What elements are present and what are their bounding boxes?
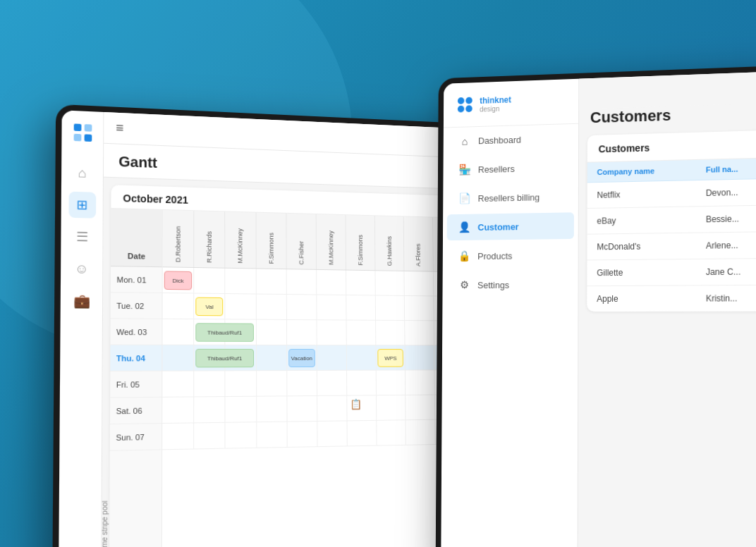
person-col-4: F.Simmons — [256, 213, 286, 269]
person-col-1: D.Robertson — [163, 210, 195, 267]
cell-company-ebay: eBay — [587, 207, 696, 234]
table-row[interactable]: Apple Kristin... — [587, 285, 756, 312]
cell-company-apple: Apple — [587, 285, 695, 312]
right-topbar: ≡ — [579, 71, 756, 109]
svg-rect-1 — [84, 124, 92, 132]
nav-item-dashboard[interactable]: ⌂ Dashboard — [447, 125, 574, 154]
gantt-row-mon: Mon. 01 — [111, 266, 162, 293]
customers-card: Customers Company name Full na... Netfli… — [587, 130, 756, 312]
table-row[interactable]: McDonald's Arlene... — [587, 232, 756, 260]
svg-rect-0 — [73, 123, 81, 131]
right-nav-logo-icon — [454, 94, 475, 116]
gantt-stacked-icon: 📋 — [350, 398, 362, 410]
right-nav-logo: thinknet design — [444, 90, 578, 128]
svg-point-7 — [465, 105, 472, 112]
right-main: ≡ Customers Customers Company name Full … — [578, 71, 756, 547]
right-content: Customers Customers Company name Full na… — [578, 103, 756, 547]
left-sidebar-logo — [69, 119, 97, 146]
gantt-bar-dick: Dick — [164, 271, 193, 290]
svg-rect-2 — [73, 134, 81, 142]
cell-fullname-gillette: Jane C... — [696, 258, 756, 285]
nav-label-resellers: Resellers — [478, 164, 515, 175]
dashboard-icon: ⌂ — [458, 135, 472, 147]
gantt-row-sat: Sat. 06 — [110, 398, 161, 424]
svg-rect-3 — [84, 134, 92, 142]
cell-fullname-apple: Kristin... — [696, 285, 756, 312]
sidebar-icon-briefcase[interactable]: 💼 — [68, 288, 95, 314]
nav-label-resellers-billing: Resellers billing — [478, 192, 540, 203]
sidebar-icon-emoji[interactable]: ☺ — [68, 256, 95, 283]
svg-point-6 — [458, 106, 465, 113]
svg-point-5 — [465, 97, 472, 104]
gantt-bar-thibaud1: Thibaud/Ruf1 — [195, 323, 253, 342]
gantt-row-tue: Tue. 02 — [111, 293, 162, 319]
person-col-8: G.Hawkins — [375, 216, 405, 271]
gantt-row-thu: Thu. 04 — [110, 345, 161, 371]
hamburger-icon[interactable]: ≡ — [116, 121, 123, 136]
cell-fullname-ebay: Bessie... — [696, 205, 756, 233]
customers-card-header: Customers — [587, 130, 756, 163]
person-col-7: F.Simmons — [346, 215, 376, 270]
nav-item-products[interactable]: 🔒 Products — [446, 242, 573, 269]
gantt-row-wed: Wed. 03 — [111, 319, 162, 345]
right-tablet-screen: thinknet design ⌂ Dashboard 🏪 Resellers … — [441, 71, 756, 547]
svg-point-4 — [458, 97, 465, 104]
gantt-bar-thibaud2: Thibaud/Ruf1 — [195, 349, 253, 368]
table-row[interactable]: Netflix Devon... — [587, 178, 756, 208]
nav-item-resellers[interactable]: 🏪 Resellers — [447, 154, 574, 183]
sidebar-icon-home[interactable]: ⌂ — [68, 159, 96, 186]
sidebar-icon-list[interactable]: ☰ — [68, 223, 96, 250]
person-col-6: M.McKinney — [317, 214, 347, 270]
gantt-row-fri: Fri. 05 — [110, 371, 161, 398]
gantt-title: Gantt — [118, 153, 157, 171]
customers-table: Company name Full na... Netflix Devon...… — [587, 158, 756, 312]
nav-label-dashboard: Dashboard — [478, 135, 521, 146]
cell-company-netflix: Netflix — [587, 180, 696, 209]
gantt-date-header: Date — [111, 209, 162, 267]
nav-item-customer[interactable]: 👤 Customer — [447, 212, 574, 240]
gantt-bar-vacation: Vacation — [288, 349, 315, 367]
person-col-9: A.Flores — [404, 216, 433, 271]
gantt-bar-val: Val — [195, 297, 223, 316]
gantt-row-sun: Sun. 07 — [110, 424, 161, 451]
resellers-icon: 🏪 — [458, 164, 471, 176]
right-nav-logo-text: thinknet design — [480, 94, 511, 113]
gantt-bar-wps: WPS — [378, 349, 404, 367]
right-nav: thinknet design ⌂ Dashboard 🏪 Resellers … — [441, 79, 579, 547]
gantt-names-column: Date Mon. 01 Tue. 02 Wed. 03 Thu. 04 Fri… — [109, 209, 163, 547]
cell-fullname-netflix: Devon... — [696, 178, 756, 207]
left-sidebar: ⌂ ⊞ ☰ ☺ 💼 ⚙ — [59, 110, 104, 547]
person-col-5: C.Fisher — [286, 214, 317, 269]
nav-label-products: Products — [477, 250, 512, 261]
nav-item-settings[interactable]: ⚙ Settings — [446, 271, 574, 297]
right-tablet: thinknet design ⌂ Dashboard 🏪 Resellers … — [436, 66, 756, 547]
table-row[interactable]: Gillette Jane C... — [587, 258, 756, 285]
col-company-name: Company name — [587, 160, 696, 183]
settings-icon: ⚙ — [457, 278, 470, 291]
cell-company-gillette: Gillette — [587, 259, 695, 285]
nav-label-customer: Customer — [477, 221, 518, 233]
person-col-2: R.Richards — [194, 211, 225, 268]
cell-fullname-mcdonalds: Arlene... — [696, 232, 756, 259]
sidebar-icon-grid[interactable]: ⊞ — [68, 192, 96, 219]
cell-company-mcdonalds: McDonald's — [587, 233, 695, 260]
nav-label-settings: Settings — [477, 280, 509, 290]
customer-icon: 👤 — [458, 221, 471, 233]
table-row[interactable]: eBay Bessie... — [587, 205, 756, 234]
resellers-billing-icon: 📄 — [458, 192, 471, 205]
products-icon: 🔒 — [458, 250, 471, 262]
nav-item-resellers-billing[interactable]: 📄 Resellers billing — [447, 183, 574, 212]
person-col-3: M.McKinney — [226, 211, 257, 268]
col-full-name: Full na... — [696, 158, 756, 180]
